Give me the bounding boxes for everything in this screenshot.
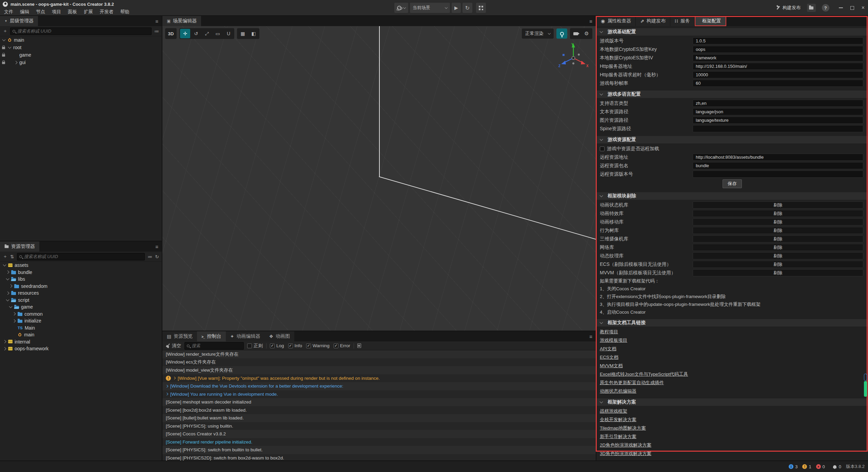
console-log-row[interactable]: ! [Window] model_view文件夹存在 <box>162 366 596 374</box>
inspector-tab[interactable]: 框架配置 <box>695 16 726 26</box>
console-log-row[interactable]: ! [Window] ecs文件夹存在 <box>162 358 596 367</box>
info-count[interactable]: i 3 <box>789 464 797 469</box>
section-header[interactable]: 框架文档工具链接 <box>596 319 868 327</box>
checkbox-icon[interactable] <box>306 343 311 348</box>
remove-module-button[interactable]: 剔除 <box>693 244 863 251</box>
remove-module-button[interactable]: 剔除 <box>693 261 863 268</box>
expand-chevron-icon[interactable] <box>165 385 168 388</box>
create-asset-button[interactable]: ＋ <box>3 254 7 260</box>
log-filter-checkbox[interactable]: Log <box>270 343 284 348</box>
scene-select[interactable]: 当前场景 <box>410 3 450 13</box>
render-mode-select[interactable]: 正常渲染 <box>522 28 554 39</box>
scene-menu-icon[interactable]: ≡ <box>589 18 592 24</box>
asset-node-row[interactable]: oops-framework <box>0 345 162 352</box>
message-count[interactable]: 0 <box>833 464 841 469</box>
field-input[interactable] <box>693 46 863 53</box>
help-button[interactable]: ? <box>822 4 829 12</box>
hierarchy-search-input[interactable]: 搜索名称或 UUID <box>10 27 152 35</box>
field-input[interactable] <box>693 37 863 44</box>
menu-item[interactable]: 文件 <box>1 8 17 15</box>
section-header[interactable]: 游戏资源配置 <box>596 136 868 143</box>
hierarchy-node-row[interactable]: main <box>0 36 162 44</box>
chevron-icon[interactable] <box>2 38 6 41</box>
menu-item[interactable]: 扩展 <box>80 8 96 15</box>
field-input[interactable] <box>693 54 863 61</box>
remove-module-button[interactable]: 剔除 <box>693 218 863 225</box>
menu-item[interactable]: 项目 <box>48 8 64 15</box>
assets-menu-icon[interactable]: ≡ <box>155 244 158 250</box>
snap-grid-button[interactable]: ▦ <box>238 29 248 38</box>
expand-chevron-icon[interactable] <box>173 377 176 379</box>
chevron-icon[interactable] <box>6 277 9 280</box>
log-file-icon[interactable] <box>357 343 361 348</box>
clear-console-button[interactable]: 清空 <box>166 343 181 349</box>
doc-link[interactable]: MVVM文档 <box>596 361 868 370</box>
asset-node-row[interactable]: libs <box>0 276 162 283</box>
preview-qr-button[interactable] <box>476 3 486 13</box>
asset-node-row[interactable]: main <box>0 331 162 338</box>
console-log-row[interactable]: ! [Scene] [bullet]:bullet wasm lib loade… <box>162 414 596 422</box>
console-tab[interactable]: 控制台 <box>197 331 225 341</box>
solution-link[interactable]: 战棋游戏框架 <box>596 407 868 415</box>
checkbox-icon[interactable] <box>270 343 275 348</box>
minimize-button[interactable] <box>839 7 843 8</box>
console-log-row[interactable]: ! [Scene] [box2d]:box2d wasm lib loaded. <box>162 406 596 414</box>
warning-count[interactable]: ! 1 <box>802 464 811 469</box>
menu-item[interactable]: 面板 <box>64 8 80 15</box>
asset-node-row[interactable]: resources <box>0 290 162 297</box>
scrollbar-marker[interactable] <box>864 374 867 381</box>
hierarchy-node-row[interactable]: gui <box>0 59 162 66</box>
console-tab[interactable]: 资源预览 <box>162 331 197 341</box>
doc-link[interactable]: 游戏模板项目 <box>596 336 868 345</box>
console-log-row[interactable]: ! [Window] [Vue warn]: Property "onInput… <box>162 374 596 382</box>
inspector-tab[interactable]: 服务 <box>670 16 695 26</box>
asset-node-row[interactable]: internal <box>0 338 162 346</box>
remove-module-button[interactable]: 剔除 <box>693 201 863 209</box>
hierarchy-node-row[interactable]: root <box>0 44 162 51</box>
console-log-row[interactable]: ! [Scene] meshopt wasm decoder initializ… <box>162 398 596 406</box>
field-input[interactable] <box>693 108 863 115</box>
assets-refresh-icon[interactable]: ↻ <box>155 254 159 259</box>
console-log-row[interactable]: ! [Scene] Forward render pipeline initia… <box>162 438 596 446</box>
play-button[interactable]: ▶ <box>452 3 461 13</box>
doc-link[interactable]: 教程项目 <box>596 328 868 336</box>
console-menu-icon[interactable]: ≡ <box>589 334 592 339</box>
regex-checkbox[interactable]: 正则 <box>247 343 263 349</box>
console-log-row[interactable]: ! [Scene] [PHYSICS]: using builtin. <box>162 422 596 430</box>
field-input[interactable] <box>693 117 863 124</box>
field-input[interactable] <box>693 80 863 87</box>
remove-module-button[interactable]: 剔除 <box>693 269 863 276</box>
doc-link[interactable]: Excel格式转Json文件与TypeScript代码工具 <box>596 370 868 378</box>
save-button[interactable]: 保存 <box>723 179 742 188</box>
console-search-input[interactable]: 搜索 <box>184 342 244 350</box>
chevron-icon[interactable] <box>3 347 6 350</box>
close-button[interactable]: × <box>862 6 865 9</box>
axis-gizmo[interactable]: Y X Z <box>558 41 589 72</box>
scrollbar-thumb[interactable] <box>864 381 867 397</box>
section-header[interactable]: 框架解决方案 <box>596 398 868 406</box>
checkbox-icon[interactable] <box>288 343 293 348</box>
remove-module-button[interactable]: 剔除 <box>693 252 863 259</box>
tab-hierarchy[interactable]: 层级管理器 <box>0 16 38 26</box>
console-log-list[interactable]: ! [Window] render_texture文件夹存在 ! [Window… <box>162 350 596 460</box>
solution-link[interactable]: 新手引导解决方案 <box>596 432 868 441</box>
chevron-icon[interactable] <box>14 61 18 64</box>
tab-assets[interactable]: 资源管理器 <box>0 241 39 252</box>
checkbox-icon[interactable] <box>334 343 338 348</box>
chevron-icon[interactable] <box>9 305 13 308</box>
remove-module-button[interactable]: 剔除 <box>693 235 863 242</box>
menu-item[interactable]: 节点 <box>33 8 48 15</box>
log-filter-checkbox[interactable]: Error <box>334 343 350 348</box>
console-log-row[interactable]: ! [Window] You are running Vue in develo… <box>162 390 596 398</box>
tab-scene-editor[interactable]: 场景编辑器 <box>162 16 201 26</box>
lighting-toggle-button[interactable] <box>556 28 567 39</box>
chevron-icon[interactable] <box>3 263 6 267</box>
asset-node-row[interactable]: seedrandom <box>0 283 162 290</box>
hierarchy-node-row[interactable]: game <box>0 51 162 59</box>
remove-module-button[interactable]: 剔除 <box>693 227 863 234</box>
field-input[interactable] <box>693 154 863 161</box>
asset-node-row[interactable]: Main <box>0 324 162 332</box>
chevron-icon[interactable] <box>9 284 13 288</box>
section-header[interactable]: 框架模块剔除 <box>596 192 868 200</box>
doc-link[interactable]: ECS文档 <box>596 353 868 361</box>
